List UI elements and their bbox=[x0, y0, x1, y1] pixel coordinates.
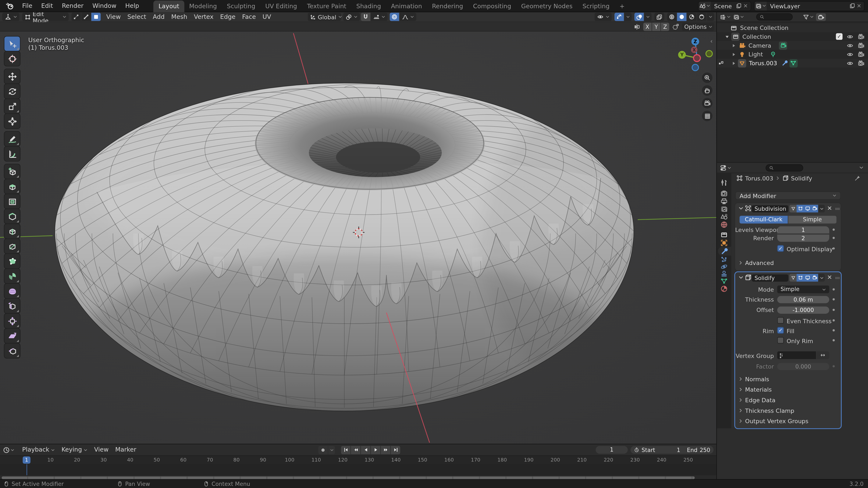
properties-tab-material[interactable] bbox=[717, 285, 731, 293]
play-reverse-button[interactable] bbox=[361, 446, 370, 454]
tool-knife-button[interactable] bbox=[4, 239, 20, 253]
tool-measure-button[interactable] bbox=[4, 147, 20, 161]
offset-field[interactable]: -1.0000 bbox=[777, 306, 830, 314]
view-layer-selector[interactable]: ViewLayer ✕ bbox=[754, 1, 865, 11]
properties-tab-modifiers[interactable] bbox=[718, 247, 731, 256]
collapse-icon[interactable] bbox=[739, 206, 744, 211]
solidify-section-output-vertex-groups[interactable]: Output Vertex Groups bbox=[739, 418, 808, 424]
gizmo-dropdown[interactable] bbox=[624, 13, 632, 21]
thickness-field[interactable]: 0.06 m bbox=[777, 296, 830, 303]
viewport-canvas[interactable] bbox=[0, 12, 716, 444]
remove-modifier-button[interactable]: ✕ bbox=[827, 205, 832, 213]
breadcrumb-object[interactable]: Torus.003 bbox=[745, 175, 773, 181]
display-mode-dropdown[interactable] bbox=[720, 13, 731, 20]
workspace-tab-shading[interactable]: Shading bbox=[351, 0, 386, 12]
mirror-y-button[interactable]: Y bbox=[652, 23, 660, 31]
outliner-row-collection[interactable]: Collection ✓ bbox=[717, 32, 868, 41]
properties-options-dropdown[interactable] bbox=[859, 165, 864, 170]
viewport-menu-view[interactable]: View bbox=[103, 12, 124, 22]
animate-decorator[interactable] bbox=[833, 237, 835, 239]
properties-tab-output[interactable] bbox=[717, 197, 731, 206]
prev-keyframe-button[interactable] bbox=[351, 446, 360, 454]
pin-icon[interactable] bbox=[854, 175, 861, 181]
properties-tab-object-data[interactable] bbox=[717, 276, 731, 286]
overlays-dropdown[interactable] bbox=[645, 13, 652, 21]
jump-to-start-button[interactable] bbox=[341, 446, 350, 454]
timeline-track[interactable] bbox=[0, 464, 716, 475]
levels-viewport-field[interactable]: 1 bbox=[777, 226, 830, 233]
animate-decorator[interactable] bbox=[833, 319, 835, 321]
menu-render[interactable]: Render bbox=[57, 0, 88, 12]
scene-selector[interactable]: Scene ✕ bbox=[698, 1, 751, 11]
hide-viewport-icon[interactable] bbox=[846, 60, 854, 67]
shading-solid-button[interactable] bbox=[677, 13, 686, 21]
on-cage-toggle[interactable] bbox=[789, 205, 797, 213]
playhead-line[interactable] bbox=[26, 464, 27, 475]
disable-render-icon[interactable] bbox=[858, 60, 865, 67]
face-select-button[interactable] bbox=[91, 13, 101, 21]
workspace-tab-sculpting[interactable]: Sculpting bbox=[222, 0, 260, 12]
tool-edge-slide-button[interactable] bbox=[4, 299, 20, 313]
even-thickness-checkbox[interactable] bbox=[777, 317, 784, 324]
modifier-extras-dropdown[interactable] bbox=[818, 205, 825, 213]
realtime-toggle[interactable] bbox=[804, 274, 811, 282]
on-cage-toggle[interactable] bbox=[789, 274, 797, 282]
tool-poly-build-button[interactable] bbox=[4, 254, 20, 268]
outliner-search-input[interactable] bbox=[756, 13, 793, 21]
tool-spin-button[interactable] bbox=[4, 269, 20, 283]
jump-to-end-button[interactable] bbox=[391, 446, 400, 454]
auto-keying-button[interactable] bbox=[318, 446, 328, 454]
animate-decorator[interactable] bbox=[833, 229, 835, 231]
simple-subdiv-button[interactable]: Simple bbox=[788, 216, 836, 224]
viewport-scene[interactable] bbox=[0, 12, 716, 444]
new-collection-button[interactable] bbox=[816, 13, 826, 21]
viewport-menu-edge[interactable]: Edge bbox=[217, 12, 239, 22]
viewport-menu-select[interactable]: Select bbox=[124, 12, 149, 22]
sidebar-collapse-arrow[interactable]: ‹ bbox=[710, 38, 713, 45]
animate-decorator[interactable] bbox=[833, 288, 835, 290]
remove-view-layer-button[interactable]: ✕ bbox=[857, 3, 862, 9]
only-rim-checkbox[interactable] bbox=[777, 337, 784, 344]
drag-handle-icon[interactable] bbox=[834, 275, 840, 281]
edge-select-button[interactable] bbox=[82, 13, 91, 21]
solidify-section-thickness-clamp[interactable]: Thickness Clamp bbox=[739, 407, 794, 414]
workspace-tab-animation[interactable]: Animation bbox=[386, 0, 427, 12]
outliner-row-scene-collection[interactable]: Scene Collection bbox=[717, 23, 868, 32]
realtime-toggle[interactable] bbox=[804, 205, 811, 213]
workspace-tab-compositing[interactable]: Compositing bbox=[468, 0, 516, 12]
proportional-falloff-dropdown[interactable] bbox=[400, 13, 416, 21]
solidify-section-materials[interactable]: Materials bbox=[739, 386, 772, 393]
solidify-section-normals[interactable]: Normals bbox=[739, 376, 769, 382]
add-workspace-button[interactable]: + bbox=[615, 0, 629, 12]
render-toggle[interactable] bbox=[811, 274, 818, 282]
properties-editor-type-button[interactable] bbox=[720, 164, 731, 171]
expand-icon[interactable] bbox=[724, 34, 730, 39]
workspace-tab-rendering[interactable]: Rendering bbox=[427, 0, 468, 12]
rim-fill-checkbox[interactable]: ✓ bbox=[777, 327, 784, 334]
hide-viewport-icon[interactable] bbox=[846, 42, 854, 49]
tool-move-button[interactable] bbox=[4, 69, 20, 84]
viewport-menu-face[interactable]: Face bbox=[239, 12, 259, 22]
hide-viewport-icon[interactable] bbox=[846, 51, 854, 58]
shading-material-button[interactable] bbox=[687, 13, 696, 21]
play-button[interactable] bbox=[371, 446, 380, 454]
vertex-select-button[interactable] bbox=[71, 13, 81, 21]
end-value[interactable]: 250 bbox=[700, 447, 710, 453]
current-frame-field[interactable]: 1 bbox=[596, 446, 628, 454]
properties-tab-scene[interactable] bbox=[717, 213, 731, 221]
animate-decorator[interactable] bbox=[833, 248, 835, 250]
tool-rotate-button[interactable] bbox=[4, 84, 20, 98]
tool-bevel-button[interactable] bbox=[4, 209, 20, 223]
tool-loop-cut-button[interactable] bbox=[4, 224, 20, 238]
hide-viewport-icon[interactable] bbox=[846, 33, 854, 40]
menu-edit[interactable]: Edit bbox=[37, 0, 57, 12]
tool-extrude-region-button[interactable] bbox=[4, 179, 20, 194]
viewport-menu-mesh[interactable]: Mesh bbox=[168, 12, 190, 22]
outliner-row-camera[interactable]: Camera bbox=[717, 41, 868, 50]
workspace-tab-scripting[interactable]: Scripting bbox=[578, 0, 615, 12]
tool-scale-button[interactable] bbox=[4, 99, 20, 113]
collapse-icon[interactable] bbox=[739, 275, 744, 280]
menu-help[interactable]: Help bbox=[121, 0, 144, 12]
add-modifier-button[interactable]: Add Modifier bbox=[735, 192, 841, 200]
timeline-scrollbar[interactable] bbox=[2, 476, 695, 479]
